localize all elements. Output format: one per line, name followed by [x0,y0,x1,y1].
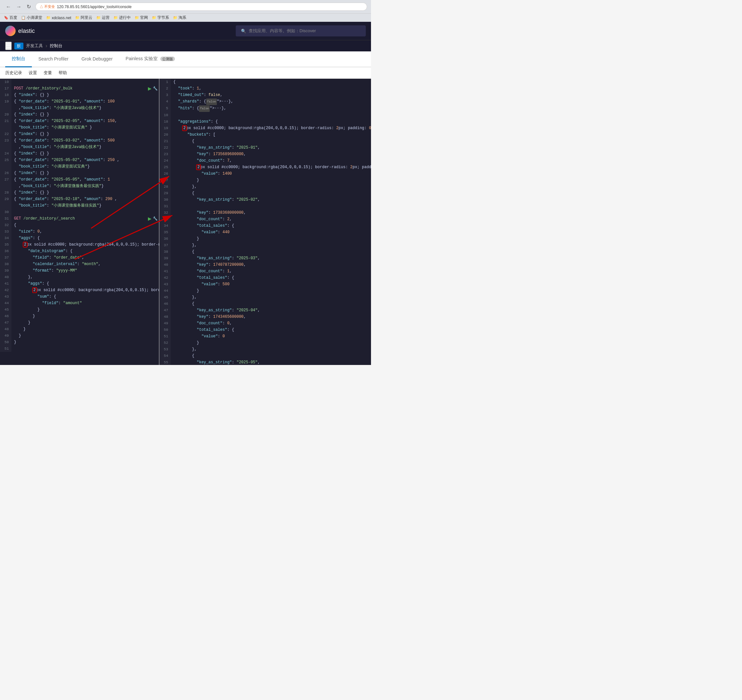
line-number: 54 [159,352,171,359]
bookmark-xdclass[interactable]: 📁 xdclass.net [46,16,71,20]
run-button[interactable]: ▶ [148,216,152,221]
elastic-logo[interactable]: elastic [5,26,35,36]
code-line: 50 "total_sales": { [159,327,371,333]
line-content: GET /order_history/_search [11,215,147,222]
line-number: 41 [159,268,171,274]
hamburger-menu[interactable]: ☰ [5,42,12,50]
code-line: 45 }, [159,294,371,301]
code-line: 44 } [159,287,371,294]
line-number: 53 [159,346,171,352]
painless-badge: 公测版 [160,57,175,61]
collapsed-icon: false [199,105,210,112]
code-line: 38 { [159,249,371,255]
code-line: 45 } [0,307,159,313]
code-line: 22{ "index": {} } [0,131,159,137]
line-number: 23 [0,137,11,144]
line-number: 24 [0,150,11,157]
line-number: 3 [159,92,171,98]
code-line: 42 "total_sales": { [159,274,371,281]
line-number: 25 [0,157,11,163]
line-number: 30 [159,196,171,203]
line-content: 2px solid #cc0000; background:rgba(204,0… [11,287,159,293]
line-content: "_shards": {false">···}, [171,98,371,105]
line-content: { [171,190,371,196]
line-content: { [171,79,371,85]
line-content: { [171,138,371,144]
code-line: 30 "key_as_string": "2025-02", [159,196,371,203]
line-number: 29 [0,196,11,202]
code-line: 18 "aggregations": { [159,118,371,125]
bookmark-inprogress[interactable]: 📁 进行中 [113,15,131,21]
settings-button[interactable]: 设置 [29,70,37,76]
breadcrumb-item-devtools[interactable]: 开发工具 [26,43,43,49]
code-line: ,"book_title": "小滴课堂微服务最佳实践"} [0,183,159,189]
code-line: 22 "key_as_string": "2025-01", [159,144,371,151]
tab-painless[interactable]: Painless 实验室 公测版 [119,52,181,67]
line-content [11,345,159,352]
code-line: ,"book_title": "小滴课堂Java核心技术"} [0,144,159,150]
tab-console[interactable]: 控制台 [5,52,32,67]
line-number: 31 [159,203,171,209]
code-line: 24{ "index": {} } [0,150,159,157]
breadcrumb-item-console[interactable]: 控制台 [50,43,62,49]
line-content: "key_as_string": "2025-03", [171,255,371,262]
bookmark-baidu[interactable]: 🔖 百度 [4,15,17,21]
line-number: 51 [159,333,171,340]
global-search-bar[interactable]: 🔍 查找应用、内容等。例如：Discover [236,25,366,37]
code-line: 51 [0,345,159,352]
line-number: 49 [0,332,11,339]
line-number: 35 [0,241,11,248]
code-line: 42 2px solid #cc0000; background:rgba(20… [0,287,159,293]
line-content [171,112,371,118]
variables-button[interactable]: 变量 [44,70,52,76]
code-line: 19{ "order_date": "2025-01-01", "amount"… [0,98,159,105]
history-button[interactable]: 历史记录 [5,70,22,76]
output-body[interactable]: 1{2 "took": 1,3 "timed_out": false,4 "_s… [159,79,371,365]
line-content: { "order_date": "2025-05-02", "amount": … [11,157,159,163]
left-editor-panel: 1017POST /order_history/_bulk▶🔧18{ "inde… [0,79,159,365]
code-line: 55 "key_as_string": "2025-05", [159,359,371,365]
line-content: "book_title": "小滴课堂微服务最佳实践"} [11,202,159,209]
tab-search-profiler[interactable]: Search Profiler [32,52,75,67]
line-number: 32 [159,209,171,216]
line-content: "size": 0, [11,228,159,235]
address-bar[interactable]: △ 不安全 120.78.85.91:5601/app/dev_tools#/c… [35,3,367,11]
code-line: 35 2px solid #cc0000; background:rgba(20… [0,241,159,248]
line-content: }, [171,346,371,352]
code-line: 33 "doc_count": 2, [159,216,371,223]
line-number: 41 [0,280,11,287]
folder-icon-4: 📁 [113,16,118,20]
tab-grok-debugger[interactable]: Grok Debugger [75,52,119,67]
line-content: } [11,313,159,320]
code-line: "book_title": "小滴课堂微服务最佳实践"} [0,202,159,209]
code-line: 43 "value": 500 [159,281,371,287]
code-line: ,"book_title": "小滴课堂Java核心技术"} [0,105,159,111]
bookmark-ops[interactable]: 📁 运营 [96,15,110,21]
forward-button[interactable]: → [14,3,24,10]
wrench-button[interactable]: 🔧 [153,216,158,221]
code-line: 47 "key_as_string": "2025-04", [159,307,371,314]
bookmark-official[interactable]: 📁 官网 [135,15,148,21]
line-content: "key": 1735689600000, [171,151,371,158]
help-button[interactable]: 帮助 [59,70,67,76]
code-line: 40 }, [0,274,159,280]
bookmark-xiao[interactable]: 📋 小滴课堂 [21,15,42,21]
line-number: 27 [0,176,11,183]
back-button[interactable]: ← [4,3,13,10]
line-content: 2px solid #cc0000; background:rgba(204,0… [11,241,159,248]
editor-body[interactable]: 1017POST /order_history/_bulk▶🔧18{ "inde… [0,79,159,365]
code-line: 32{ [0,222,159,228]
run-button[interactable]: ▶ [148,86,152,91]
reload-button[interactable]: ↻ [25,3,33,10]
elastic-logo-text: elastic [18,28,35,34]
bookmark-font[interactable]: 📁 字节系 [152,15,169,21]
bookmark-aliyun[interactable]: 📁 阿里云 [75,15,92,21]
code-line: 27 } [159,177,371,183]
line-content: { "index": {} } [11,92,159,98]
line-number: 50 [159,327,171,333]
line-content: 2px solid #cc0000; background:rgba(204,0… [171,164,371,171]
line-content: } [11,320,159,326]
wrench-button[interactable]: 🔧 [153,86,158,91]
bookmark-taobao[interactable]: 📁 淘系 [173,15,186,21]
line-number: 39 [159,255,171,262]
